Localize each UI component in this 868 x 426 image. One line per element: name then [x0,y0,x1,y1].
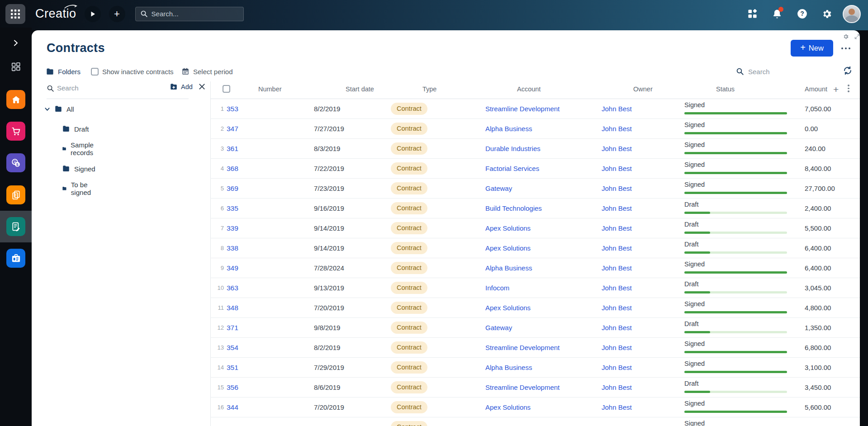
table-row[interactable]: 93497/28/2024ContractAlpha BusinessJohn … [210,258,860,278]
global-search[interactable] [135,7,244,21]
table-row[interactable]: 33618/3/2019ContractDurable IndustriesJo… [210,139,860,159]
refresh-button[interactable] [843,66,853,77]
owner-link[interactable]: John Best [602,398,632,417]
table-row[interactable]: 43687/22/2019ContractFactorial ServicesJ… [210,159,860,179]
account-link[interactable]: Gateway [485,179,512,199]
table-row[interactable]: 123719/8/2019ContractGatewayJohn BestDra… [210,318,860,338]
account-link[interactable]: Apex Solutions [485,298,531,318]
contract-number-link[interactable]: 338 [227,238,238,258]
col-amount[interactable]: Amount [805,79,827,99]
sidebar-app-finance[interactable]: $ [0,147,32,179]
add-folder-button[interactable]: Add [170,83,193,91]
close-folders-button[interactable] [199,83,205,92]
owner-link[interactable]: John Best [602,318,632,338]
owner-link[interactable]: John Best [602,238,632,258]
owner-link[interactable]: John Best [602,199,632,218]
account-link[interactable]: Apex Solutions [485,218,531,238]
folder-sample-records[interactable]: Sample records [62,143,97,154]
show-inactive-checkbox[interactable]: Show inactive contracts [91,64,174,79]
sidebar-workplace-button[interactable] [0,57,32,77]
account-link[interactable]: Alpha Business [485,258,532,278]
account-link[interactable]: Streamline Development [485,99,560,119]
settings-button[interactable] [818,5,836,23]
account-link[interactable]: Build Technologies [485,199,542,218]
contract-number-link[interactable]: 354 [227,338,238,358]
account-link[interactable]: Apex Solutions [485,398,531,417]
account-link[interactable]: Streamline Development [485,378,560,398]
table-row[interactable]: 153568/6/2019ContractStreamline Developm… [210,378,860,398]
user-avatar[interactable] [843,5,861,23]
owner-link[interactable]: John Best [602,218,632,238]
table-row[interactable]: 103639/13/2019ContractInfocomJohn BestDr… [210,278,860,298]
sidebar-app-sales[interactable] [0,115,32,147]
account-link[interactable]: Infocom [485,278,509,298]
sidebar-app-documents[interactable] [0,179,32,211]
contract-number-link[interactable]: 344 [227,398,238,417]
expand-page-button[interactable] [854,33,860,40]
contract-number-link[interactable]: 369 [227,179,238,199]
sidebar-expand-button[interactable] [0,33,32,53]
folder-signed[interactable]: Signed [62,163,95,174]
table-row[interactable]: 13538/2/2019ContractStreamline Developme… [210,99,860,119]
table-row[interactable]: ContractSigned [210,417,860,426]
account-link[interactable]: Gateway [485,318,512,338]
contract-number-link[interactable]: 335 [227,199,238,218]
folder-to-be-signed[interactable]: To be signed [62,183,94,194]
table-row[interactable]: 73399/14/2019ContractApex SolutionsJohn … [210,218,860,238]
folder-all[interactable]: All [44,104,74,114]
col-number[interactable]: Number [258,79,282,99]
account-link[interactable]: Streamline Development [485,338,560,358]
owner-link[interactable]: John Best [602,258,632,278]
table-search[interactable]: Search [736,64,770,79]
contract-number-link[interactable]: 351 [227,358,238,378]
table-row[interactable]: 163447/20/2019ContractApex SolutionsJohn… [210,398,860,417]
owner-link[interactable]: John Best [602,179,632,199]
owner-link[interactable]: John Best [602,159,632,179]
sidebar-app-contracts[interactable] [0,211,32,242]
column-menu-button[interactable] [848,85,849,92]
sidebar-app-home[interactable] [0,84,32,115]
contract-number-link[interactable]: 339 [227,218,238,238]
more-actions-button[interactable] [838,43,854,54]
contract-number-link[interactable]: 368 [227,159,238,179]
col-account[interactable]: Account [517,79,541,99]
contract-number-link[interactable]: 347 [227,119,238,139]
owner-link[interactable]: John Best [602,119,632,139]
sidebar-app-services[interactable] [0,242,32,274]
folder-search[interactable]: Search Add [47,81,189,96]
contract-number-link[interactable]: 353 [227,99,238,119]
owner-link[interactable]: John Best [602,338,632,358]
owner-link[interactable]: John Best [602,358,632,378]
col-owner[interactable]: Owner [633,79,653,99]
notifications-button[interactable] [768,5,786,23]
folder-draft[interactable]: Draft [62,123,89,134]
help-button[interactable]: ? [793,5,811,23]
table-row[interactable]: 83389/14/2019ContractApex SolutionsJohn … [210,238,860,258]
new-button[interactable]: + New [791,40,833,57]
table-row[interactable]: 133548/2/2019ContractStreamline Developm… [210,338,860,358]
page-settings-button[interactable] [843,33,849,40]
folders-toggle-button[interactable]: Folders [46,64,81,79]
col-type[interactable]: Type [422,79,436,99]
account-link[interactable]: Apex Solutions [485,238,531,258]
run-process-button[interactable] [85,6,101,22]
col-status[interactable]: Status [716,79,735,99]
table-row[interactable]: 143517/29/2019ContractAlpha BusinessJohn… [210,358,860,378]
owner-link[interactable]: John Best [602,99,632,119]
contract-number-link[interactable]: 371 [227,318,238,338]
account-link[interactable]: Durable Industries [485,139,541,159]
add-column-button[interactable]: + [833,84,839,95]
global-search-input[interactable] [152,10,237,18]
table-row[interactable]: 23477/27/2019ContractAlpha BusinessJohn … [210,119,860,139]
table-row[interactable]: 113487/20/2019ContractApex SolutionsJohn… [210,298,860,318]
owner-link[interactable]: John Best [602,378,632,398]
contract-number-link[interactable]: 348 [227,298,238,318]
quick-add-button[interactable]: + [109,6,125,22]
workplaces-button[interactable] [743,5,761,23]
owner-link[interactable]: John Best [602,139,632,159]
table-row[interactable]: 63359/16/2019ContractBuild TechnologiesJ… [210,199,860,218]
select-all-checkbox[interactable] [223,85,230,93]
account-link[interactable]: Factorial Services [485,159,539,179]
account-link[interactable]: Alpha Business [485,358,532,378]
contract-number-link[interactable]: 363 [227,278,238,298]
